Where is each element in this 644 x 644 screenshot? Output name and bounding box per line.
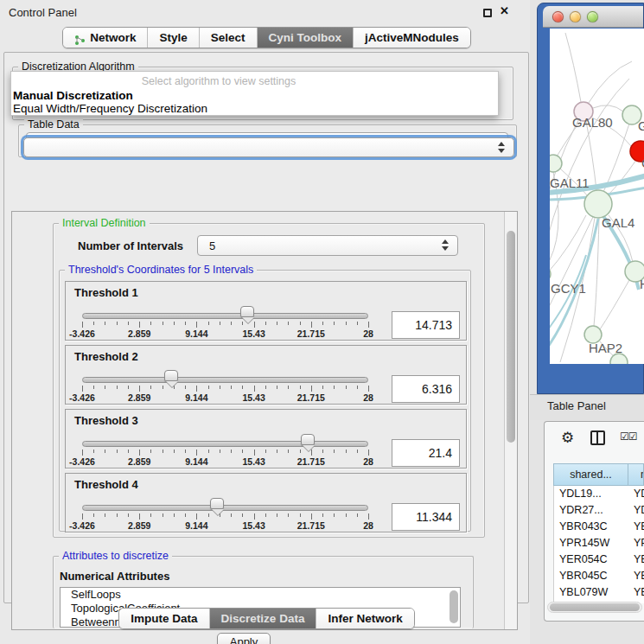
column-header-shared-name[interactable]: shared...: [553, 463, 628, 486]
tab-discretize-data[interactable]: Discretize Data: [210, 609, 317, 628]
cell-shared-name: YDL19...: [554, 486, 629, 502]
interval-definition-label: Interval Definition: [59, 217, 150, 229]
vertical-scrollbar[interactable]: [504, 212, 517, 629]
table-row[interactable]: YDL19...YDL1: [554, 486, 644, 502]
attributes-group-label: Attributes to discretize: [59, 550, 172, 562]
cell-shared-name: YDR27...: [554, 502, 629, 519]
slider-track[interactable]: [82, 441, 368, 447]
tab-style-label: Style: [159, 28, 187, 48]
network-canvas[interactable]: GAL80GCGAL11GAL4GCY1HHAP2: [550, 29, 644, 364]
node-label-gal4: GAL4: [602, 215, 634, 230]
dropdown-option-equal-width[interactable]: Equal Width/Frequency Discretization: [11, 102, 498, 115]
tab-infer-network[interactable]: Infer Network: [316, 609, 413, 628]
tick-label: 15.43: [242, 520, 265, 531]
threshold-row: Threshold 4 -3.4262.8599.14415.4321.7152…: [65, 473, 467, 532]
select-columns-icon[interactable]: ☑☑: [620, 430, 637, 443]
tick-label: 28: [363, 328, 373, 339]
slider-track[interactable]: [82, 505, 368, 511]
numerical-attributes-label: Numerical Attributes: [60, 570, 169, 583]
number-of-intervals-combobox[interactable]: 5: [197, 235, 458, 256]
cyni-toolbox-panel: Discretization Algorithm Table Data galF…: [3, 52, 529, 603]
tab-network[interactable]: Network: [63, 28, 148, 48]
number-of-intervals-label: Number of Intervals: [78, 239, 183, 252]
tick-label: -3.426: [69, 456, 95, 467]
cell-shared-name: YBL079W: [554, 584, 629, 601]
node-label-gal80: GAL80: [572, 115, 613, 130]
network-node-gal11[interactable]: [550, 155, 562, 172]
tick-label: 9.144: [185, 456, 207, 467]
threshold-slider: -3.4262.8599.14415.4321.71528: [82, 346, 368, 405]
table-panel: ⚙ ☑☑ shared... n YDL19...YDL1YDR27...YDR…: [544, 421, 644, 622]
tab-discretize-data-label: Discretize Data: [221, 609, 305, 628]
tick-label: -3.426: [69, 392, 95, 403]
table-row[interactable]: YBR045CYBR0: [554, 568, 644, 584]
slider-tick-labels: -3.4262.8599.14415.4321.71528: [82, 520, 368, 531]
table-row[interactable]: YBR043CYBR0: [554, 519, 644, 535]
cell-shared-name: YER054C: [554, 552, 629, 568]
slider-thumb[interactable]: [301, 434, 315, 445]
tab-select[interactable]: Select: [200, 28, 258, 48]
cell-name: YDR2: [629, 502, 644, 519]
tick-label: 2.859: [128, 328, 150, 339]
table-rows: YDL19...YDL1YDR27...YDR2YBR043CYBR0YPR14…: [553, 486, 644, 603]
slider-thumb[interactable]: [210, 498, 224, 509]
tick-label: -3.426: [69, 520, 95, 531]
close-icon[interactable]: ✕: [500, 4, 509, 17]
algorithm-dropdown-popup: Select algorithm to view settings Manual…: [10, 71, 499, 116]
horizontal-scrollbar[interactable]: [547, 602, 642, 613]
dropdown-option-manual[interactable]: Manual Discretization: [11, 89, 498, 102]
minimize-traffic-light[interactable]: [570, 11, 581, 22]
node-label-hap2: HAP2: [589, 341, 622, 355]
threshold-value-field[interactable]: 21.4: [392, 439, 460, 467]
attribute-list-item[interactable]: SelfLoops: [61, 588, 460, 602]
table-row[interactable]: YDR27...YDR2: [554, 502, 644, 519]
slider-thumb[interactable]: [164, 370, 178, 381]
cell-shared-name: YPR145W: [554, 535, 629, 552]
tab-infer-network-label: Infer Network: [328, 609, 402, 628]
float-window-icon[interactable]: [483, 9, 492, 17]
slider-track[interactable]: [82, 313, 368, 319]
zoom-traffic-light[interactable]: [587, 11, 598, 22]
gear-icon[interactable]: ⚙: [561, 429, 574, 447]
apply-button[interactable]: Apply: [217, 633, 271, 644]
network-node-gcy1[interactable]: [550, 266, 551, 282]
tab-cyni-toolbox-label: Cyni Toolbox: [269, 28, 342, 48]
tick-label: 9.144: [185, 392, 207, 403]
tab-impute-data[interactable]: Impute Data: [119, 609, 209, 628]
threshold-slider: -3.4262.8599.14415.4321.71528: [82, 410, 368, 469]
scrollbar-thumb[interactable]: [507, 231, 515, 443]
table-row[interactable]: YER054CYER0: [554, 552, 644, 568]
panel-title: Control Panel: [9, 6, 77, 19]
tab-style[interactable]: Style: [148, 28, 199, 48]
tick-label: 28: [363, 520, 373, 531]
slider-thumb[interactable]: [240, 306, 254, 317]
dropdown-hint-text: Select algorithm to view settings: [11, 75, 426, 87]
slider-track[interactable]: [82, 377, 368, 383]
tab-jactivemnodules[interactable]: jActiveMNodules: [354, 28, 470, 48]
threshold-value-field[interactable]: 6.316: [392, 375, 460, 403]
slider-ticks: [82, 322, 368, 328]
column-header-name[interactable]: n: [628, 463, 644, 486]
tick-label: 15.43: [242, 456, 265, 467]
table-panel-title: Table Panel: [547, 399, 606, 412]
network-window-titlebar[interactable]: [543, 6, 643, 28]
split-columns-icon[interactable]: [590, 430, 605, 445]
tab-cyni-toolbox[interactable]: Cyni Toolbox: [258, 28, 354, 48]
tick-label: 15.43: [242, 392, 265, 403]
close-traffic-light[interactable]: [552, 11, 564, 22]
tick-label: 21.715: [297, 392, 325, 403]
interval-definition-group: Interval Definition Number of Intervals …: [53, 223, 485, 538]
tick-label: 9.144: [185, 328, 207, 339]
tick-label: 9.144: [185, 520, 207, 531]
algorithm-combobox[interactable]: [23, 137, 514, 157]
scrollbar-thumb[interactable]: [550, 603, 640, 611]
threshold-value-field[interactable]: 14.713: [392, 311, 460, 339]
network-node-gal4[interactable]: [584, 190, 612, 218]
table-row[interactable]: YBL079WYBL0: [554, 584, 644, 601]
combo-arrows-icon: [442, 239, 450, 251]
cell-name: YPR1: [629, 535, 644, 552]
slider-tick-labels: -3.4262.8599.14415.4321.71528: [82, 456, 368, 467]
threshold-value-field[interactable]: 11.344: [392, 503, 460, 531]
tab-select-label: Select: [211, 28, 245, 48]
table-row[interactable]: YPR145WYPR1: [554, 535, 644, 552]
